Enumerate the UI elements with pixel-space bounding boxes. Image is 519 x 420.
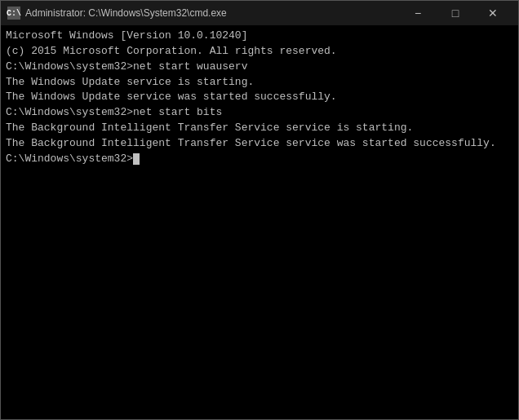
maximize-button[interactable]: □ — [437, 1, 474, 25]
minimize-button[interactable]: − — [399, 1, 437, 25]
title-bar-buttons: − □ ✕ — [399, 1, 512, 25]
window-icon: C:\ — [7, 7, 20, 20]
cursor-blink — [133, 153, 140, 165]
title-bar: C:\ Administrator: C:\Windows\System32\c… — [1, 1, 518, 25]
console-output[interactable]: Microsoft Windows [Version 10.0.10240](c… — [1, 25, 518, 419]
console-line: C:\Windows\system32>net start wuauserv — [6, 60, 513, 75]
console-line: C:\Windows\system32>net start bits — [6, 105, 513, 121]
console-line: The Windows Update service was started s… — [6, 90, 513, 105]
console-line: C:\Windows\system32> — [6, 152, 513, 167]
console-line: The Background Intelligent Transfer Serv… — [6, 121, 513, 136]
console-line: (c) 2015 Microsoft Corporation. All righ… — [6, 44, 513, 60]
close-button[interactable]: ✕ — [474, 1, 512, 25]
cmd-window: C:\ Administrator: C:\Windows\System32\c… — [0, 0, 519, 420]
title-bar-text: Administrator: C:\Windows\System32\cmd.e… — [25, 7, 399, 19]
console-line: Microsoft Windows [Version 10.0.10240] — [6, 29, 513, 44]
console-line: The Windows Update service is starting. — [6, 75, 513, 91]
console-line: The Background Intelligent Transfer Serv… — [6, 136, 513, 152]
